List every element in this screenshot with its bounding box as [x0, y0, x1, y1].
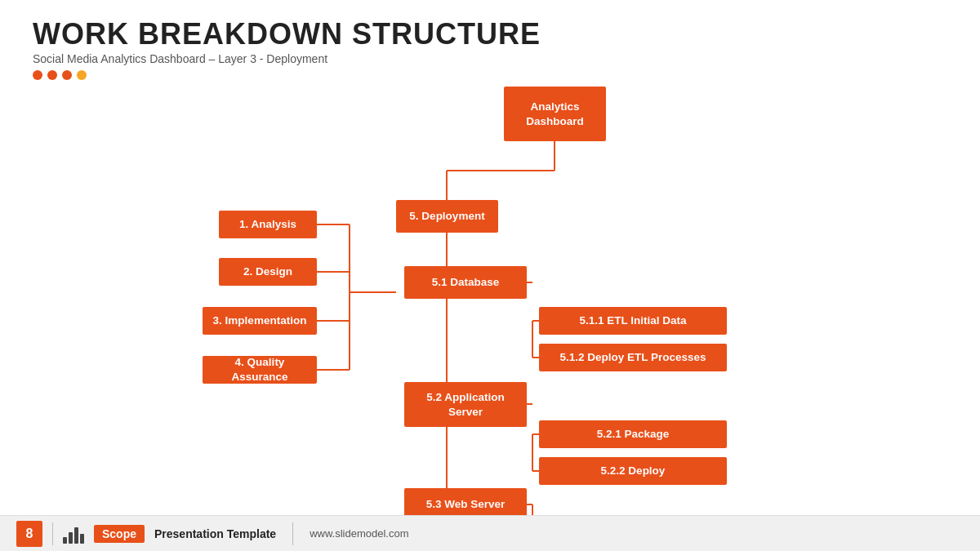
footer-scope-label: Scope	[94, 525, 145, 543]
box-app-server: 5.2 Application Server	[404, 382, 527, 427]
slide: WORK BREAKDOWN STRUCTURE Social Media An…	[0, 0, 980, 551]
box-root: Analytics Dashboard	[504, 87, 606, 141]
header: WORK BREAKDOWN STRUCTURE Social Media An…	[0, 0, 980, 80]
footer-bars-icon	[63, 524, 84, 544]
box-etl-initial: 5.1.1 ETL Initial Data	[539, 307, 727, 335]
box-quality: 4. Quality Assurance	[203, 356, 317, 384]
box-etl-deploy: 5.1.2 Deploy ETL Processes	[539, 344, 727, 371]
footer-template-label: Presentation Template	[154, 527, 276, 540]
box-deployment: 5. Deployment	[396, 200, 498, 233]
footer-page-number: 8	[16, 521, 42, 547]
main-title: WORK BREAKDOWN STRUCTURE	[33, 18, 947, 51]
box-design: 2. Design	[219, 258, 317, 286]
wbs-diagram: Analytics Dashboard 5. Deployment 1. Ana…	[0, 72, 980, 515]
footer-separator-2	[292, 522, 293, 545]
subtitle: Social Media Analytics Dashboard – Layer…	[33, 52, 947, 65]
footer: 8 Scope Presentation Template www.slidem…	[0, 515, 980, 551]
box-deploy-app: 5.2.2 Deploy	[539, 457, 727, 485]
box-analysis: 1. Analysis	[219, 211, 317, 238]
box-implementation: 3. Implementation	[203, 307, 317, 335]
footer-url: www.slidemodel.com	[310, 527, 408, 540]
footer-separator-1	[52, 522, 53, 545]
box-database: 5.1 Database	[404, 266, 527, 299]
box-package: 5.2.1 Package	[539, 420, 727, 448]
